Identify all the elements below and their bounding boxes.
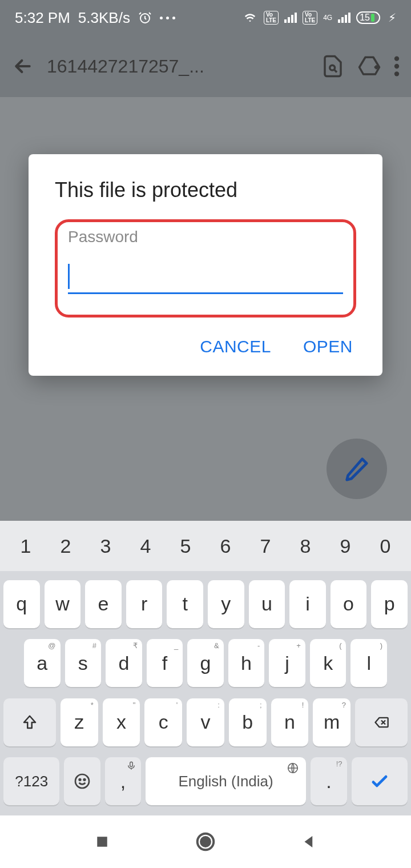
key-backspace[interactable]	[355, 698, 408, 746]
battery-indicator: 15	[356, 11, 380, 24]
find-in-page-icon[interactable]	[321, 54, 345, 78]
key-7[interactable]: 7	[245, 535, 285, 557]
key-2[interactable]: 2	[46, 535, 86, 557]
cancel-button[interactable]: CANCEL	[200, 337, 271, 356]
key-0[interactable]: 0	[365, 535, 405, 557]
key-o[interactable]: o	[331, 580, 367, 628]
network-4g-icon: 4G	[323, 15, 332, 21]
more-indicator-icon	[160, 17, 175, 19]
key-a[interactable]: @a	[24, 639, 61, 687]
key-g[interactable]: &g	[187, 639, 224, 687]
key-1[interactable]: 1	[6, 535, 46, 557]
edit-fab[interactable]	[327, 439, 387, 499]
status-net-speed: 5.3KB/s	[78, 9, 130, 27]
key-k[interactable]: (k	[310, 639, 346, 687]
svg-point-3	[394, 64, 399, 69]
nav-recents-icon[interactable]	[94, 833, 111, 850]
backspace-icon	[371, 714, 392, 730]
key-shift[interactable]	[3, 698, 56, 746]
key-u[interactable]: u	[249, 580, 285, 628]
nav-back-icon[interactable]	[300, 833, 317, 850]
key-j[interactable]: +j	[269, 639, 305, 687]
password-dialog: This file is protected Password CANCEL O…	[29, 154, 382, 376]
svg-point-1	[330, 65, 335, 70]
key-9[interactable]: 9	[325, 535, 365, 557]
battery-percent: 15	[360, 13, 370, 23]
check-icon	[369, 770, 390, 792]
key-emoji[interactable]	[64, 757, 100, 805]
dialog-title: This file is protected	[55, 178, 356, 202]
key-r[interactable]: r	[126, 580, 163, 628]
key-n[interactable]: !n	[271, 698, 309, 746]
alarm-icon	[138, 11, 152, 25]
key-d[interactable]: ₹d	[106, 639, 142, 687]
key-m[interactable]: ?m	[313, 698, 350, 746]
svg-point-4	[394, 71, 399, 76]
status-bar: 5:32 PM 5.3KB/s VoLTE VoLTE 4G 15 ⚡︎	[0, 0, 411, 35]
key-period[interactable]: !? .	[311, 757, 346, 805]
key-h[interactable]: -h	[228, 639, 265, 687]
key-z[interactable]: *z	[61, 698, 98, 746]
key-t[interactable]: t	[167, 580, 203, 628]
svg-point-5	[75, 774, 89, 788]
key-8[interactable]: 8	[285, 535, 325, 557]
volte-icon-2: VoLTE	[303, 11, 317, 25]
mic-icon	[126, 761, 136, 771]
svg-point-7	[84, 779, 86, 781]
pencil-icon	[344, 456, 370, 482]
key-b[interactable]: ;b	[229, 698, 267, 746]
add-to-drive-icon[interactable]	[357, 54, 381, 78]
key-s[interactable]: #s	[65, 639, 102, 687]
svg-rect-8	[130, 762, 133, 767]
key-v[interactable]: :v	[187, 698, 224, 746]
svg-point-2	[394, 57, 399, 61]
volte-icon-1: VoLTE	[264, 11, 279, 25]
key-symbols[interactable]: ?123	[3, 757, 59, 805]
shift-icon	[21, 714, 38, 731]
key-x[interactable]: "x	[103, 698, 140, 746]
key-p[interactable]: p	[371, 580, 408, 628]
key-space[interactable]: English (India)	[146, 757, 306, 805]
svg-point-12	[201, 837, 210, 846]
key-4[interactable]: 4	[126, 535, 166, 557]
key-i[interactable]: i	[289, 580, 326, 628]
key-comma[interactable]: ,	[105, 757, 141, 805]
emoji-icon	[73, 772, 91, 790]
svg-point-6	[79, 779, 81, 781]
navigation-bar	[0, 815, 411, 868]
key-l[interactable]: )l	[350, 639, 387, 687]
app-bar: 1614427217257_...	[0, 35, 411, 97]
signal-icon-2	[338, 13, 350, 23]
status-time: 5:32 PM	[15, 9, 70, 27]
password-input[interactable]	[72, 260, 292, 286]
back-icon[interactable]	[11, 55, 34, 78]
key-e[interactable]: e	[85, 580, 122, 628]
key-f[interactable]: _f	[147, 639, 183, 687]
nav-home-icon[interactable]	[195, 831, 216, 853]
globe-icon	[287, 762, 299, 774]
key-y[interactable]: y	[208, 580, 244, 628]
key-enter[interactable]	[352, 757, 408, 805]
keyboard-number-row: 1 2 3 4 5 6 7 8 9 0	[0, 521, 411, 571]
soft-keyboard: 1 2 3 4 5 6 7 8 9 0 q w e r t y u i o p …	[0, 521, 411, 815]
key-5[interactable]: 5	[166, 535, 206, 557]
key-q[interactable]: q	[3, 580, 40, 628]
signal-icon-1	[284, 13, 297, 23]
key-c[interactable]: 'c	[144, 698, 182, 746]
password-field-highlight: Password	[55, 219, 356, 318]
password-label: Password	[68, 228, 343, 246]
key-6[interactable]: 6	[206, 535, 245, 557]
open-button[interactable]: OPEN	[303, 337, 353, 356]
charging-icon: ⚡︎	[388, 11, 396, 25]
more-icon[interactable]	[394, 55, 400, 78]
wifi-icon	[242, 11, 258, 24]
svg-rect-10	[97, 837, 107, 847]
page-title: 1614427217257_...	[47, 56, 308, 77]
key-w[interactable]: w	[45, 580, 81, 628]
key-3[interactable]: 3	[86, 535, 126, 557]
